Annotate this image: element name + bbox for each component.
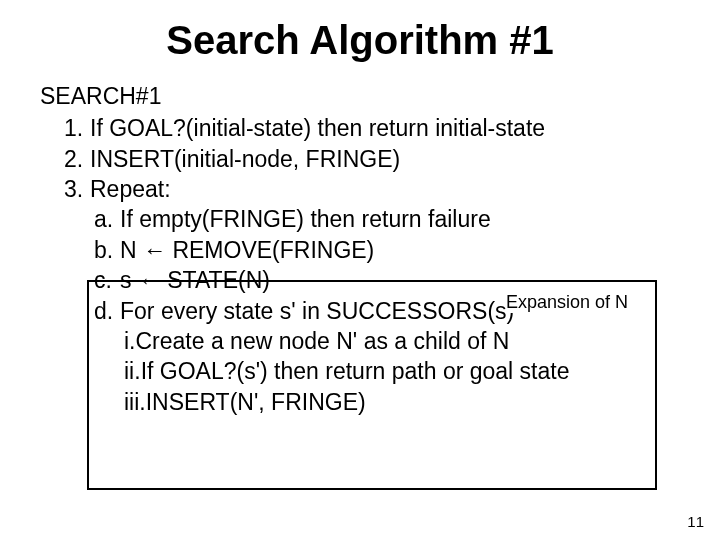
step-3-number: 3. (64, 174, 90, 204)
step-1: 1.If GOAL?(initial-state) then return in… (64, 113, 680, 143)
step-3b-text: N ← REMOVE(FRINGE) (120, 237, 374, 263)
step-2: 2.INSERT(initial-node, FRINGE) (64, 144, 680, 174)
step-1-number: 1. (64, 113, 90, 143)
slide-title: Search Algorithm #1 (40, 18, 680, 63)
step-3-text: Repeat: (90, 176, 171, 202)
failure-word: failure (428, 206, 491, 232)
step-3: 3.Repeat: (64, 174, 680, 204)
step-3b-number: b. (94, 235, 120, 265)
step-2-number: 2. (64, 144, 90, 174)
step-3a-text: If empty(FRINGE) then return (120, 206, 428, 232)
page-number: 11 (687, 513, 704, 530)
step-3b: b.N ← REMOVE(FRINGE) (94, 235, 680, 265)
step-3a-number: a. (94, 204, 120, 234)
expansion-annotation: Expansion of N (506, 292, 628, 313)
step-3a: a.If empty(FRINGE) then return failure (94, 204, 680, 234)
step-2-text: INSERT(initial-node, FRINGE) (90, 146, 400, 172)
step-1-text: If GOAL?(initial-state) then return init… (90, 115, 545, 141)
slide: Search Algorithm #1 SEARCH#1 1.If GOAL?(… (0, 0, 720, 540)
algorithm-name: SEARCH#1 (40, 81, 680, 111)
